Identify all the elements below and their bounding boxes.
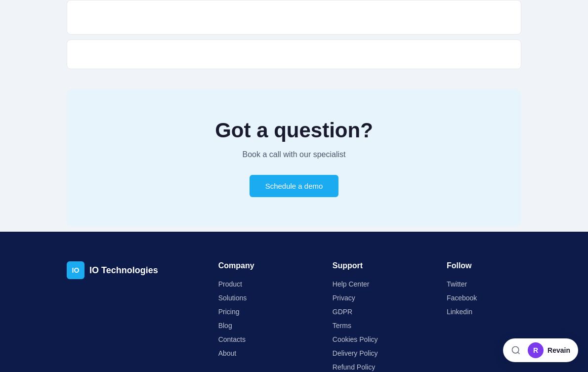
top-card-2: [67, 40, 521, 69]
follow-heading: Follow: [447, 261, 521, 270]
footer-col-company: Company Product Solutions Pricing Blog C…: [218, 261, 293, 372]
company-link-about[interactable]: About: [218, 349, 293, 357]
schedule-demo-button[interactable]: Schedule a demo: [250, 175, 339, 197]
footer-logo-section: IO IO Technologies: [67, 261, 179, 372]
footer-col-support: Support Help Center Privacy GDPR Terms C…: [333, 261, 407, 372]
logo-abbr: IO: [72, 266, 80, 274]
cta-section: Got a question? Book a call with our spe…: [67, 89, 521, 227]
support-link-terms[interactable]: Terms: [333, 322, 407, 330]
cta-subtitle: Book a call with our specialist: [77, 150, 511, 159]
support-heading: Support: [333, 261, 407, 270]
logo-icon: IO: [67, 261, 84, 279]
svg-point-0: [512, 347, 519, 353]
company-link-solutions[interactable]: Solutions: [218, 294, 293, 302]
footer-logo: IO IO Technologies: [67, 261, 179, 279]
top-section: [0, 0, 588, 84]
support-link-gdpr[interactable]: GDPR: [333, 308, 407, 316]
revain-logo-icon: R: [528, 342, 544, 358]
support-link-cookies[interactable]: Cookies Policy: [333, 335, 407, 343]
cta-title: Got a question?: [77, 119, 511, 142]
logo-text: IO Technologies: [89, 265, 158, 276]
follow-link-linkedin[interactable]: Linkedin: [447, 308, 521, 316]
revain-label: Revain: [547, 346, 570, 354]
top-card-1: [67, 0, 521, 35]
support-link-delivery[interactable]: Delivery Policy: [333, 349, 407, 357]
support-link-refund[interactable]: Refund Policy: [333, 363, 407, 371]
company-link-product[interactable]: Product: [218, 280, 293, 288]
company-link-contacts[interactable]: Contacts: [218, 335, 293, 343]
revain-search-icon: [508, 342, 524, 358]
company-link-blog[interactable]: Blog: [218, 322, 293, 330]
support-link-help-center[interactable]: Help Center: [333, 280, 407, 288]
footer-content: IO IO Technologies Company Product Solut…: [67, 261, 521, 372]
company-heading: Company: [218, 261, 293, 270]
follow-link-facebook[interactable]: Facebook: [447, 294, 521, 302]
follow-link-twitter[interactable]: Twitter: [447, 280, 521, 288]
footer: IO IO Technologies Company Product Solut…: [0, 232, 588, 372]
support-link-privacy[interactable]: Privacy: [333, 294, 407, 302]
revain-widget[interactable]: R Revain: [503, 338, 578, 362]
company-link-pricing[interactable]: Pricing: [218, 308, 293, 316]
